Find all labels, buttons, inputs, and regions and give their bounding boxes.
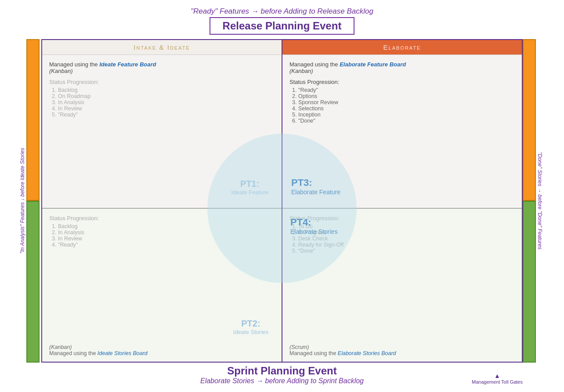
grid-rows: Managed using the Ideate Feature Board (… [42, 55, 522, 362]
main-grid: Intake & Ideate Elaborate Managed using … [41, 39, 523, 363]
col-header-intake: Intake & Ideate [42, 40, 282, 55]
top-header: "Ready" Features → before Adding to Rele… [102, 7, 462, 35]
pt1-label: PT1: Ideate Feature [231, 179, 268, 196]
quadrant-bottom-right: Status Progression: To Do In Progress De… [282, 209, 522, 362]
bl-status-title: Status Progression: [49, 215, 275, 221]
tl-managed-text: Managed using the Ideate Feature Board (… [49, 61, 275, 74]
left-orange-bar [26, 39, 40, 201]
left-color-bars [26, 39, 40, 363]
release-planning-title: Release Planning Event [210, 17, 355, 35]
col-header-elaborate: Elaborate [282, 40, 522, 55]
tl-status-list: Backlog On Roadmap In Analysis In Review… [49, 87, 275, 118]
left-column: Managed using the Ideate Feature Board (… [42, 55, 282, 362]
right-orange-bar [523, 39, 536, 201]
bl-status-list: Backlog In Analysis In Review "Ready" [49, 223, 275, 248]
tr-managed-text: Managed using the Elaborate Feature Boar… [289, 61, 515, 74]
elaborate-stories-subtitle: Elaborate Stories → before Adding to Spr… [18, 377, 546, 385]
tr-status-title: Status Progression: [289, 79, 515, 85]
right-side-labels: "Done" Stories → before "Done" Features [523, 39, 546, 363]
quadrant-top-left: Managed using the Ideate Feature Board (… [42, 55, 282, 209]
pt3-label: PT3: Elaborate Feature [291, 177, 340, 196]
tl-status-title: Status Progression: [49, 79, 275, 85]
right-color-bars [523, 39, 536, 363]
quadrant-bottom-left: Status Progression: Backlog In Analysis … [42, 209, 282, 362]
triangle-icon: ▲ [472, 372, 523, 379]
br-footer: (Scrum) Managed using the Elaborate Stor… [289, 344, 396, 356]
sprint-planning-title: Sprint Planning Event [18, 365, 546, 377]
quadrant-top-right: Managed using the Elaborate Feature Boar… [282, 55, 522, 209]
pt2-label: PT2: Ideate Stories [233, 319, 268, 335]
right-column: Managed using the Elaborate Feature Boar… [282, 55, 522, 362]
right-features-label: "Done" Stories → before "Done" Features [536, 39, 544, 363]
left-side-labels: "In Analysis" Features ↓ before Ideate S… [18, 39, 41, 363]
left-green-bar [26, 201, 40, 363]
right-green-bar [523, 201, 536, 363]
column-headers: Intake & Ideate Elaborate [42, 40, 522, 55]
tr-status-list: "Ready" Options Sponsor Review Selection… [289, 87, 515, 124]
left-features-label: "In Analysis" Features ↓ before Ideate S… [18, 39, 26, 363]
toll-gates: ▲ Management Toll Gates [472, 372, 523, 385]
ready-features-subtitle: "Ready" Features → before Adding to Rele… [102, 7, 462, 16]
bl-footer: (Kanban) Managed using the Ideate Storie… [49, 344, 148, 356]
bottom-footer: Sprint Planning Event Elaborate Stories … [18, 365, 546, 385]
pt4-label: PT4: Elaborate Stories [290, 217, 337, 235]
